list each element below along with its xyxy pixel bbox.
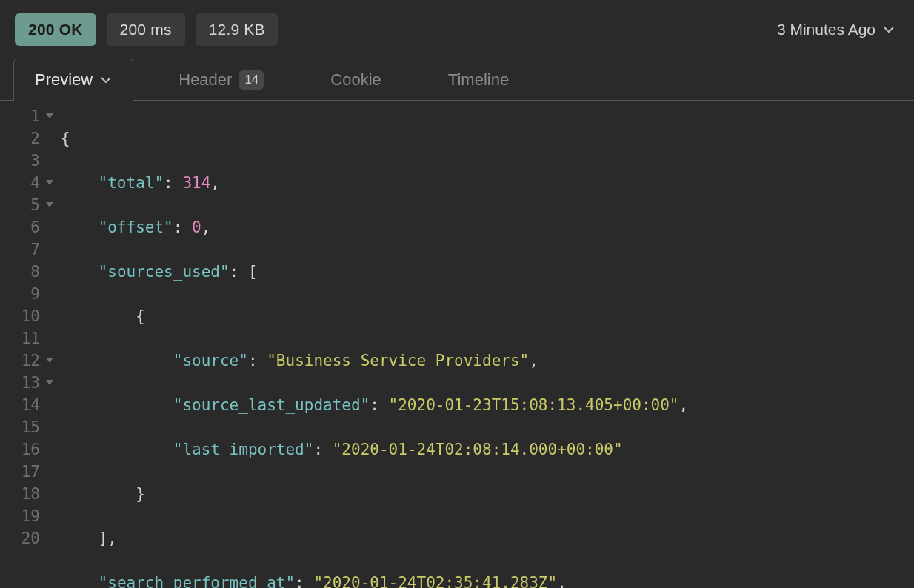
line-number: 1 — [0, 105, 43, 127]
line-number: 6 — [0, 216, 43, 238]
tab-header[interactable]: Header 14 — [157, 59, 285, 100]
line-number: 18 — [0, 483, 43, 505]
line-number: 11 — [0, 327, 43, 350]
line-number: 19 — [0, 505, 43, 527]
size-pill: 12.9 KB — [196, 13, 278, 46]
line-number: 2 — [0, 127, 43, 150]
tab-timeline[interactable]: Timeline — [427, 59, 530, 100]
line-number: 13 — [0, 372, 43, 394]
tab-cookie-label: Cookie — [330, 70, 381, 90]
json-body[interactable]: { "total": 314, "offset": 0, "sources_us… — [43, 105, 904, 588]
tab-cookie[interactable]: Cookie — [309, 59, 402, 100]
response-tabs: Preview Header 14 Cookie Timeline — [0, 59, 914, 101]
line-number: 9 — [0, 283, 43, 305]
line-number: 15 — [0, 416, 43, 438]
status-code: 200 — [28, 21, 55, 39]
chevron-down-icon — [100, 74, 112, 86]
status-pill: 200 OK — [15, 13, 96, 46]
tab-preview-label: Preview — [35, 70, 93, 90]
status-text: OK — [59, 21, 83, 39]
line-number: 10 — [0, 305, 43, 327]
time-ago-dropdown[interactable]: 3 Minutes Ago — [777, 21, 899, 39]
line-gutter: 1234567891011121314151617181920 — [0, 105, 43, 588]
header-count-badge: 14 — [239, 70, 264, 90]
chevron-down-icon — [883, 24, 895, 36]
tab-preview[interactable]: Preview — [13, 59, 133, 100]
line-number: 3 — [0, 150, 43, 172]
json-preview: 1234567891011121314151617181920 { "total… — [0, 101, 914, 588]
line-number: 12 — [0, 350, 43, 372]
line-number: 14 — [0, 394, 43, 416]
tab-timeline-label: Timeline — [448, 70, 509, 90]
response-topbar: 200 OK 200 ms 12.9 KB 3 Minutes Ago — [0, 0, 914, 59]
tab-header-label: Header — [179, 70, 232, 90]
time-pill: 200 ms — [107, 13, 185, 46]
line-number: 8 — [0, 261, 43, 283]
line-number: 20 — [0, 527, 43, 549]
line-number: 5 — [0, 194, 43, 216]
time-ago-label: 3 Minutes Ago — [777, 21, 875, 39]
line-number: 4 — [0, 172, 43, 194]
line-number: 17 — [0, 461, 43, 483]
line-number: 7 — [0, 238, 43, 261]
line-number: 16 — [0, 438, 43, 461]
